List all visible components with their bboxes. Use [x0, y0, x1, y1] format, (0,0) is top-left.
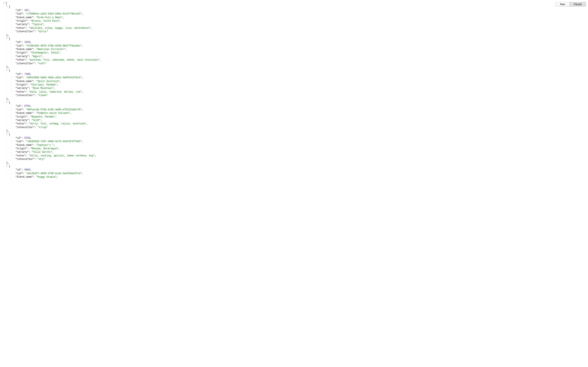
- json-key: "id": [16, 9, 21, 12]
- json-string-value: Captain's: [38, 144, 52, 147]
- json-key: "uid": [16, 108, 23, 111]
- json-string: "Villa Sarchi": [32, 151, 52, 154]
- json-string-value: Chiriqui, Panama: [32, 83, 55, 86]
- object-body: "id": 5083,"uid": "ebc56af7-d858-47d6-bc…: [11, 168, 587, 179]
- json-number: 7499: [24, 73, 30, 76]
- comma: ,: [8, 98, 9, 100]
- colon: :: [27, 20, 30, 22]
- json-string: "clean": [38, 94, 48, 97]
- json-key: "intensifier": [16, 30, 35, 33]
- json-key: "notes": [16, 58, 26, 61]
- comma: ,: [30, 73, 32, 76]
- json-property: "id": 7499,: [11, 73, 587, 76]
- colon: :: [29, 151, 32, 154]
- json-string-value: dirty, coating, apricot, lemon verbena, …: [30, 154, 94, 157]
- json-key: "origin": [16, 147, 27, 150]
- colon: :: [26, 122, 29, 125]
- json-string-value: Pumpkin-spice Volcano: [38, 112, 68, 115]
- object-body: "id": 8764,"uid": "9dfcecdb-57db-4c65-ab…: [11, 104, 587, 129]
- json-property: "uid": "9dfcecdb-57db-4c65-ab06-a752231d…: [11, 108, 587, 111]
- parsed-button[interactable]: Parsed: [570, 2, 586, 7]
- json-string: "b6524500-6db6-48dd-a91b-3e9fb412f9c4": [26, 76, 82, 79]
- comma: ,: [82, 12, 83, 15]
- json-property: "origin": "Masaya, Nicaragua",: [11, 147, 587, 150]
- comma: ,: [8, 129, 9, 132]
- comma: ,: [82, 91, 83, 93]
- json-string: "dry": [38, 158, 45, 161]
- brace-open: {: [9, 165, 10, 168]
- colon: :: [23, 172, 26, 175]
- expand-toggle-icon[interactable]: ▼: [3, 2, 5, 5]
- comma: ,: [70, 112, 71, 115]
- object-open: ▼{: [6, 165, 587, 168]
- json-property: "intensifier": "clean": [11, 94, 587, 97]
- json-property: "id": 8764,: [11, 104, 587, 108]
- json-number: 5083: [24, 168, 30, 171]
- comma: ,: [90, 27, 92, 30]
- expand-toggle-icon[interactable]: ▼: [6, 69, 8, 72]
- object-body: "id": 5328,"uid": "c8b95030-7267-4068-91…: [11, 136, 587, 161]
- json-string: "dirty, coating, apricot, lemon verbena,…: [29, 154, 95, 157]
- comma: ,: [8, 66, 9, 68]
- json-property: "uid": "b786c65b-d975-478b-b538-00ef7fda…: [11, 44, 587, 48]
- json-key: "origin": [16, 20, 27, 22]
- json-string-value: mild, juicy, tamarind, barley, rye: [30, 91, 80, 93]
- json-key: "variety": [16, 23, 29, 26]
- json-string: "Agaro": [32, 55, 42, 58]
- json-string-value: Villa Sarchi: [33, 151, 51, 154]
- comma: ,: [60, 80, 61, 83]
- expand-toggle-icon[interactable]: ▼: [6, 5, 8, 8]
- expand-toggle-icon[interactable]: ▼: [6, 101, 8, 104]
- comma: ,: [57, 175, 58, 178]
- json-key: "uid": [16, 44, 23, 47]
- comma: ,: [30, 137, 32, 140]
- colon: :: [23, 12, 26, 15]
- comma: ,: [58, 147, 60, 150]
- comma: ,: [8, 161, 9, 164]
- json-string-value: pointed, full, lemonade, wheat, milk cho…: [30, 58, 98, 61]
- json-key: "origin": [16, 51, 27, 54]
- json-key: "id": [16, 105, 21, 108]
- colon: :: [35, 94, 38, 97]
- comma: ,: [57, 83, 58, 86]
- colon: :: [23, 44, 26, 47]
- json-string-value: ebc56af7-d858-47d6-bcda-2aafb6ea37cd: [27, 172, 80, 175]
- json-key: "variety": [16, 87, 29, 90]
- json-property: "variety": "Villa Sarchi",: [11, 150, 587, 154]
- expand-toggle-icon[interactable]: ▼: [6, 165, 8, 168]
- expand-toggle-icon[interactable]: ▼: [6, 133, 8, 136]
- json-key: "id": [16, 73, 21, 76]
- json-string-value: SL28: [33, 119, 39, 122]
- colon: :: [27, 147, 30, 150]
- json-property: "intensifier": "dirty": [11, 30, 587, 33]
- json-key: "blend_name": [16, 175, 33, 178]
- json-string: "Captain's ": [36, 144, 54, 147]
- object-close: },: [6, 98, 587, 101]
- json-string: "Kreb-Full-o Been": [36, 16, 63, 19]
- brace-open: {: [9, 37, 10, 40]
- json-string-value: soft: [39, 62, 45, 65]
- comma: ,: [82, 140, 83, 143]
- colon: :: [35, 126, 38, 129]
- json-string-value: Masaya, Nicaragua: [32, 147, 57, 150]
- expand-toggle-icon[interactable]: ▼: [6, 37, 8, 40]
- json-string: "Boquete, Panama": [30, 115, 55, 118]
- colon: :: [26, 154, 29, 157]
- colon: :: [21, 105, 24, 108]
- colon: :: [33, 112, 36, 115]
- comma: ,: [86, 122, 87, 125]
- json-string-value: 9dfcecdb-57db-4c65-ab06-a752231dbcf9: [27, 108, 80, 111]
- json-property: "uid": "c8b95030-7267-4068-9179-d3afdf47…: [11, 140, 587, 143]
- json-string: "soft": [38, 62, 46, 65]
- json-key: "origin": [16, 83, 27, 86]
- colon: :: [35, 158, 38, 161]
- json-property: "variety": "Typica",: [11, 23, 587, 26]
- object-body: "id": 1520,"uid": "b786c65b-d975-478b-b5…: [11, 41, 587, 66]
- brace-open: {: [9, 133, 10, 136]
- raw-button[interactable]: Raw: [555, 2, 570, 7]
- json-string: "dirty": [38, 30, 48, 33]
- json-property: "blend_name": "Kreb-Full-o Been",: [11, 16, 587, 19]
- comma: ,: [60, 51, 61, 54]
- colon: :: [26, 58, 29, 61]
- json-property: "id": 107,: [11, 9, 587, 12]
